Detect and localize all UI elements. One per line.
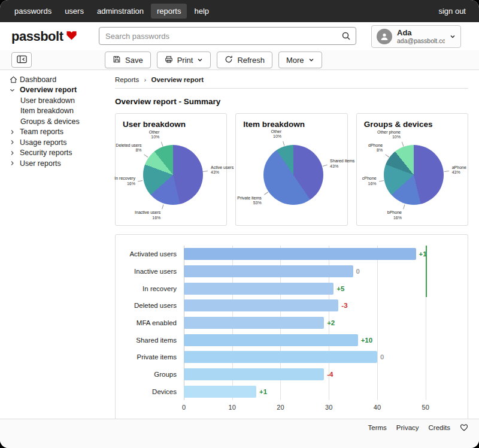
bar-rows: Activated users+1Inactive users0In recov… xyxy=(124,246,445,400)
pie-leader-line xyxy=(403,204,405,209)
topnav-item-users[interactable]: users xyxy=(59,4,90,19)
bar xyxy=(184,368,324,380)
pie-slice-label: Other10% xyxy=(149,130,160,141)
topnav-item-help[interactable]: help xyxy=(188,4,215,19)
pie-circle xyxy=(384,145,444,205)
sidebar-item-security-reports[interactable]: Security reports xyxy=(0,148,104,159)
bar xyxy=(184,299,338,311)
bar-track: +1 xyxy=(184,248,445,260)
footer-link-terms[interactable]: Terms xyxy=(368,424,387,431)
pie-chart-item-breakdown: Shared items43%Private items53%Other10% xyxy=(243,129,339,219)
user-name: Ada xyxy=(397,29,445,38)
print-button-label: Print xyxy=(177,56,193,65)
breadcrumb-current: Overview report xyxy=(151,76,204,83)
pie-slice-label: aPhone43% xyxy=(452,165,466,176)
pie-leader-line xyxy=(283,141,284,146)
sidebar-item-user-breakdown[interactable]: User breakdown xyxy=(0,95,104,106)
bar-delta-label: 0 xyxy=(356,268,360,275)
chevron-down-icon xyxy=(450,31,456,42)
header: passbolt Ada ada@passbolt.com xyxy=(0,22,479,50)
toolbar: Save Print Refresh More xyxy=(0,50,479,70)
pie-card-title: Groups & devices xyxy=(364,120,460,129)
avatar xyxy=(377,29,392,44)
heart-icon[interactable] xyxy=(460,423,468,431)
profile-card[interactable]: Ada ada@passbolt.com xyxy=(371,25,461,48)
footer-link-privacy[interactable]: Privacy xyxy=(396,424,419,431)
chevron-down-icon xyxy=(308,56,314,65)
more-button[interactable]: More xyxy=(278,52,322,68)
sidebar-item-dashboard[interactable]: Dashboard xyxy=(0,74,104,85)
sidebar-item-groups-devices[interactable]: Groups & devices xyxy=(0,116,104,127)
pie-leader-line xyxy=(162,204,163,209)
chevron-right-icon xyxy=(10,161,20,166)
search-icon xyxy=(341,31,351,43)
bar-category-label: Shared items xyxy=(124,337,184,344)
refresh-button-label: Refresh xyxy=(237,56,265,65)
bar-delta-label: +1 xyxy=(259,388,267,395)
search-input[interactable] xyxy=(99,27,356,45)
sidebar-item-label: Dashboard xyxy=(20,75,56,84)
bar-row-in-recovery: In recovery+5 xyxy=(124,280,445,297)
bar-axis: 01020304050 xyxy=(184,404,445,413)
profile-text: Ada ada@passbolt.com xyxy=(397,29,445,45)
collapse-sidebar-button[interactable] xyxy=(11,52,32,68)
bar-delta-label: +2 xyxy=(327,319,335,326)
pie-slice-label: Other phone10% xyxy=(377,130,401,141)
sidebar-item-team-reports[interactable]: Team reports xyxy=(0,127,104,138)
pie-slice-label: In recovery16% xyxy=(114,176,135,187)
pie-chart-user-breakdown: Active users43%Inactive users16%In recov… xyxy=(123,129,219,219)
toolbar-buttons: Save Print Refresh More xyxy=(105,52,322,68)
x-tick-label: 20 xyxy=(277,404,284,411)
sidebar-item-usage-reports[interactable]: Usage reports xyxy=(0,137,104,148)
topnav-items: passwordsusersadminstrationreportshelp xyxy=(8,4,215,19)
print-button[interactable]: Print xyxy=(157,52,211,68)
sidebar-item-label: Usage reports xyxy=(20,138,67,147)
pie-card-title: User breakdown xyxy=(123,120,219,129)
bar-category-label: Inactive users xyxy=(124,268,184,275)
passbolt-logo-icon xyxy=(66,30,77,43)
bar-chart-card: Activated users+1Inactive users0In recov… xyxy=(115,234,468,419)
topnav-item-passwords[interactable]: passwords xyxy=(8,4,57,19)
bar-track: 0 xyxy=(184,265,445,277)
search-box xyxy=(99,27,356,45)
sidebar-item-item-breakdown[interactable]: Item breakdown xyxy=(0,106,104,117)
bar-delta-label: +1 xyxy=(419,250,427,258)
sign-out-link[interactable]: sign out xyxy=(432,4,472,19)
breadcrumb-reports[interactable]: Reports xyxy=(115,76,139,83)
pie-leader-line xyxy=(444,171,449,172)
sidebar-item-user-reports[interactable]: User reports xyxy=(0,158,104,169)
footer-link-credits[interactable]: Credits xyxy=(429,424,450,431)
print-icon xyxy=(165,55,173,65)
more-button-label: More xyxy=(286,56,304,65)
bar-category-label: Groups xyxy=(124,371,184,378)
bar-category-label: Deleted users xyxy=(124,302,184,309)
pie-leader-line xyxy=(203,171,208,172)
breadcrumb: Reports › Overview report xyxy=(115,74,468,89)
bar-row-inactive-users: Inactive users0 xyxy=(124,263,445,280)
pie-slice-label: bPhone16% xyxy=(387,210,402,221)
pie-circle xyxy=(143,145,203,205)
bar-row-activated-users: Activated users+1 xyxy=(124,246,445,263)
collapse-panel-icon xyxy=(17,55,27,65)
save-button[interactable]: Save xyxy=(105,52,151,68)
pie-slice-label: cPhone16% xyxy=(362,176,377,187)
app-window: passwordsusersadminstrationreportshelp s… xyxy=(0,0,479,448)
refresh-button[interactable]: Refresh xyxy=(217,52,272,68)
chevron-right-icon xyxy=(10,150,20,156)
user-email: ada@passbolt.com xyxy=(397,37,445,44)
save-icon xyxy=(113,55,121,65)
topnav-item-reports[interactable]: reports xyxy=(151,4,187,19)
sidebar-item-label: Security reports xyxy=(20,149,72,157)
pie-leader-line xyxy=(264,192,268,195)
sidebar-item-overview-report[interactable]: Overview report xyxy=(0,85,104,96)
x-tick-label: 30 xyxy=(325,404,332,411)
pie-leader-line xyxy=(385,155,389,158)
logo[interactable]: passbolt xyxy=(11,29,77,44)
pie-leader-line xyxy=(402,142,404,147)
pie-chart-groups-devices: aPhone43%bPhone16%cPhone16%dPhone8%Other… xyxy=(364,129,460,219)
pie-circle xyxy=(263,145,323,205)
bar-delta-label: -4 xyxy=(327,371,333,378)
save-button-label: Save xyxy=(125,56,143,65)
pie-card-item-breakdown: Item breakdown Shared items43%Private it… xyxy=(235,113,347,226)
topnav-item-adminstration[interactable]: adminstration xyxy=(91,4,150,19)
